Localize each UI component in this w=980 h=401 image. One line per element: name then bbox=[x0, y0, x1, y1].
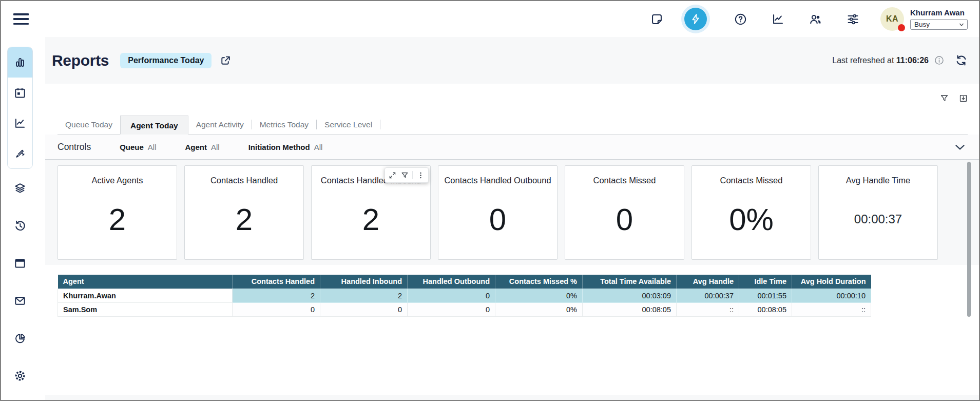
cell: 00:00:37 bbox=[677, 289, 739, 302]
report-badge[interactable]: Performance Today bbox=[120, 53, 212, 68]
cell: 00:03:09 bbox=[583, 289, 677, 302]
sidebar-item-bar-chart[interactable] bbox=[8, 47, 32, 78]
sidebar-item-customize-brush[interactable] bbox=[8, 138, 32, 168]
tab-separator bbox=[380, 120, 380, 129]
kpi-title: Contacts Handled Outbound bbox=[444, 176, 551, 185]
kpi-value: 2 bbox=[362, 185, 379, 259]
sidebar-item-window[interactable] bbox=[13, 257, 27, 270]
info-icon[interactable] bbox=[934, 55, 945, 66]
lightning-icon bbox=[684, 8, 707, 30]
kpi-value: 00:00:37 bbox=[854, 185, 902, 259]
sliders-icon[interactable] bbox=[846, 12, 860, 26]
tab-service-level[interactable]: Service Level bbox=[317, 115, 380, 134]
kpi-card-contacts-missed-pct: Contacts Missed 0% bbox=[691, 165, 811, 260]
kpi-value: 2 bbox=[236, 185, 253, 259]
page-header: Reports Performance Today Last refreshed… bbox=[45, 37, 979, 84]
col-handled-inbound[interactable]: Handled Inbound bbox=[320, 275, 408, 289]
tab-metrics-today[interactable]: Metrics Today bbox=[252, 115, 316, 134]
col-total-time-available[interactable]: Total Time Available bbox=[583, 275, 677, 289]
sidebar-item-history[interactable] bbox=[13, 219, 27, 233]
sidebar-item-pie-chart[interactable] bbox=[13, 332, 27, 345]
avatar[interactable]: KA bbox=[880, 7, 904, 31]
kebab-menu-icon[interactable] bbox=[416, 171, 425, 180]
cell: 2 bbox=[233, 289, 320, 302]
cell: 00:08:05 bbox=[739, 302, 792, 316]
note-icon[interactable] bbox=[650, 12, 664, 26]
quick-connect-button[interactable] bbox=[681, 5, 710, 33]
cell: 2 bbox=[320, 289, 408, 302]
tab-agent-activity[interactable]: Agent Activity bbox=[188, 115, 252, 134]
col-contacts-handled[interactable]: Contacts Handled bbox=[233, 275, 320, 289]
status-value: Busy bbox=[914, 21, 930, 28]
controls-title: Controls bbox=[57, 142, 91, 152]
kpi-title: Avg Handle Time bbox=[846, 176, 910, 185]
help-icon[interactable] bbox=[734, 12, 747, 26]
content-area: Reports Performance Today Last refreshed… bbox=[45, 37, 979, 400]
kpi-title: Contacts Missed bbox=[593, 176, 656, 185]
sidebar-item-mail[interactable] bbox=[13, 294, 27, 308]
collapse-chevron-icon[interactable] bbox=[953, 140, 967, 154]
dashboard-panel: Queue Today Agent Today Agent Activity M… bbox=[45, 84, 979, 395]
external-link-icon[interactable] bbox=[219, 54, 232, 67]
analytics-icon[interactable] bbox=[771, 12, 785, 26]
expand-icon[interactable] bbox=[388, 171, 397, 180]
sidebar-item-line-chart[interactable] bbox=[8, 108, 32, 138]
topbar: KA Khurram Awan Busy bbox=[1, 1, 979, 37]
sidebar-item-layers[interactable] bbox=[13, 182, 27, 195]
refresh-area: Last refreshed at 11:06:26 bbox=[832, 54, 968, 67]
last-refreshed-label: Last refreshed at bbox=[832, 56, 894, 65]
sidebar-item-settings-gear[interactable] bbox=[13, 369, 27, 383]
col-agent[interactable]: Agent bbox=[58, 275, 233, 289]
hamburger-menu-icon[interactable] bbox=[13, 13, 29, 25]
col-contacts-missed-pct[interactable]: Contacts Missed % bbox=[495, 275, 583, 289]
agent-name-cell: Sam.Som bbox=[58, 302, 233, 316]
sidebar-analytics-group bbox=[7, 47, 33, 169]
filter-agent-label: Agent bbox=[185, 143, 207, 151]
cell: 0% bbox=[495, 289, 583, 302]
kpi-card-avg-handle-time: Avg Handle Time 00:00:37 bbox=[818, 165, 938, 260]
filter-agent[interactable]: Agent All bbox=[185, 143, 220, 151]
card-hover-toolbar bbox=[385, 167, 429, 183]
user-name: Khurram Awan bbox=[910, 8, 968, 17]
col-idle-time[interactable]: Idle Time bbox=[739, 275, 792, 289]
agent-table: Agent Contacts Handled Handled Inbound H… bbox=[57, 275, 871, 317]
kpi-title: Contacts Missed bbox=[720, 176, 783, 185]
kpi-title: Contacts Handled bbox=[210, 176, 278, 185]
filter-queue[interactable]: Queue All bbox=[120, 143, 156, 151]
sidebar bbox=[1, 37, 45, 400]
kpi-card-active-agents: Active Agents 2 bbox=[57, 165, 177, 260]
cell: 0 bbox=[408, 302, 495, 316]
col-handled-outbound[interactable]: Handled Outbound bbox=[408, 275, 495, 289]
cell: :: bbox=[792, 302, 871, 316]
app-window: KA Khurram Awan Busy bbox=[0, 0, 980, 401]
filter-icon[interactable] bbox=[939, 93, 949, 103]
cell: 00:00:10 bbox=[792, 289, 871, 302]
users-icon[interactable] bbox=[809, 12, 822, 26]
kpi-cards-strip: Active Agents 2 Contacts Handled 2 Conta… bbox=[45, 160, 979, 265]
page-title: Reports bbox=[52, 52, 109, 69]
panel-tools bbox=[939, 93, 968, 103]
presence-busy-dot bbox=[898, 24, 905, 31]
col-avg-hold-duration[interactable]: Avg Hold Duration bbox=[792, 275, 871, 289]
sidebar-item-calendar[interactable] bbox=[8, 78, 32, 108]
vertical-scrollbar-thumb[interactable] bbox=[967, 162, 971, 317]
download-icon[interactable] bbox=[958, 93, 968, 103]
status-select[interactable]: Busy bbox=[910, 19, 968, 30]
kpi-card-contacts-missed: Contacts Missed 0 bbox=[565, 165, 684, 260]
sidebar-loose-items bbox=[7, 182, 33, 383]
user-block: Khurram Awan Busy bbox=[910, 8, 968, 30]
controls-row: Controls Queue All Agent All Initiation … bbox=[45, 135, 979, 160]
filter-initiation-method-label: Initiation Method bbox=[248, 143, 310, 151]
filter-icon[interactable] bbox=[400, 171, 409, 180]
tab-queue-today[interactable]: Queue Today bbox=[57, 115, 120, 134]
tab-agent-today[interactable]: Agent Today bbox=[120, 116, 188, 135]
kpi-value: 0 bbox=[616, 185, 633, 259]
toolbar-divider bbox=[412, 171, 413, 179]
filter-agent-value: All bbox=[211, 143, 220, 151]
chevron-down-icon bbox=[958, 22, 965, 28]
refresh-icon[interactable] bbox=[955, 54, 968, 67]
col-avg-handle[interactable]: Avg Handle bbox=[677, 275, 739, 289]
kpi-card-contacts-handled: Contacts Handled 2 bbox=[184, 165, 304, 260]
table-row: Khurram.Awan 2 2 0 0% 00:03:09 00:00:37 … bbox=[58, 289, 871, 302]
filter-initiation-method[interactable]: Initiation Method All bbox=[248, 143, 323, 151]
